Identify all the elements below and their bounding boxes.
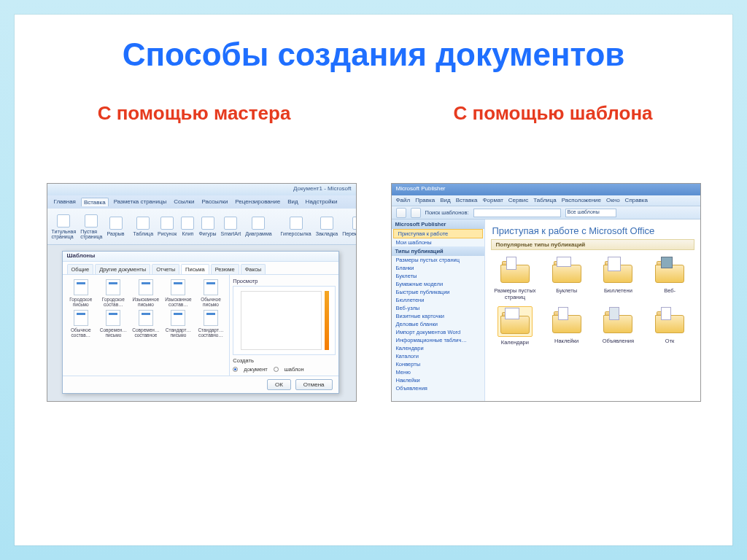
publication-type-item[interactable]: Отк: [647, 306, 693, 346]
cancel-button[interactable]: Отмена: [295, 379, 333, 390]
menu-item[interactable]: Окно: [606, 197, 620, 204]
sidebar-item[interactable]: Размеры пустых страниц: [392, 256, 484, 264]
ribbon-icon: [136, 217, 150, 230]
dialog-tabs: ОбщиеДругие документыОтчетыПисьмаРезюмеФ…: [63, 262, 338, 275]
template-icon: [106, 310, 120, 326]
ribbon-item[interactable]: Фигуры: [198, 217, 216, 236]
template-item[interactable]: Изысканное письмо: [132, 279, 160, 307]
radio-template[interactable]: [274, 367, 279, 372]
ribbon-tab[interactable]: Разметка страницы: [112, 198, 169, 206]
radio-document[interactable]: [233, 367, 238, 372]
ribbon-label: Рисунок: [158, 231, 177, 236]
sidebar-item[interactable]: Конверты: [392, 360, 484, 368]
word-ribbon: Титульная страницаПустая страницаРазрывТ…: [47, 209, 356, 245]
template-item[interactable]: Современ… составное: [132, 310, 160, 338]
menu-item[interactable]: Файл: [396, 197, 411, 204]
sidebar-item[interactable]: Визитные карточки: [392, 312, 484, 320]
menu-item[interactable]: Расположение: [562, 197, 601, 204]
ribbon-tab[interactable]: Надстройки: [303, 198, 340, 206]
template-icon: [171, 310, 185, 326]
ribbon-item[interactable]: Перекрестная: [342, 217, 356, 236]
ribbon-tab[interactable]: Вставка: [81, 198, 109, 206]
ribbon-icon: [160, 217, 174, 230]
template-item[interactable]: Городское письмо: [67, 279, 96, 307]
sidebar-item[interactable]: Бланки: [392, 264, 484, 272]
word-ribbon-tabs: ГлавнаяВставкаРазметка страницыСсылкиРас…: [47, 195, 356, 209]
publisher-screenshot: Microsoft Publisher ФайлПравкаВидВставка…: [391, 183, 701, 402]
publication-type-item[interactable]: Бюллетени: [595, 256, 641, 300]
sidebar-item[interactable]: Каталоги: [392, 352, 484, 360]
sidebar-item[interactable]: Деловые бланки: [392, 320, 484, 328]
ribbon-item[interactable]: Разрыв: [107, 217, 124, 236]
dialog-tab[interactable]: Резюме: [211, 264, 239, 274]
sidebar-item[interactable]: Информационные таблич…: [392, 336, 484, 344]
dialog-tab[interactable]: Письма: [181, 264, 209, 274]
template-icon: [204, 310, 218, 326]
menu-item[interactable]: Таблица: [533, 197, 556, 204]
publication-type-item[interactable]: Календари: [492, 306, 538, 346]
ribbon-item[interactable]: Клип: [181, 217, 194, 236]
publication-type-item[interactable]: Наклейки: [543, 306, 589, 346]
search-scope-dropdown[interactable]: Все шаблоны: [565, 209, 616, 217]
template-item[interactable]: Обычное состав…: [67, 310, 96, 338]
nav-back-icon[interactable]: [396, 208, 406, 218]
publication-type-item[interactable]: Объявления: [595, 306, 641, 346]
ribbon-item[interactable]: Гиперссылка: [281, 217, 311, 236]
menu-item[interactable]: Вид: [440, 197, 450, 204]
ribbon-item[interactable]: Пустая страница: [80, 214, 102, 239]
template-item[interactable]: Изысканное состав…: [164, 279, 193, 307]
dialog-tab[interactable]: Факсы: [241, 264, 266, 274]
dialog-tab[interactable]: Отчеты: [152, 264, 179, 274]
ribbon-label: Титульная страница: [52, 229, 77, 239]
template-item[interactable]: Стандарт… письмо: [164, 310, 193, 338]
template-item[interactable]: Городское состав…: [99, 279, 128, 307]
ribbon-label: Клип: [182, 231, 194, 236]
publication-type-item[interactable]: Веб-: [647, 256, 693, 300]
ribbon-tab[interactable]: Рецензирование: [233, 198, 282, 206]
menu-item[interactable]: Вставка: [456, 197, 478, 204]
sidebar-item[interactable]: Календари: [392, 344, 484, 352]
sidebar-item[interactable]: Бумажные модели: [392, 280, 484, 288]
menu-item[interactable]: Правка: [415, 197, 435, 204]
radio-row: документ шаблон: [233, 366, 335, 373]
template-label: Городское состав…: [99, 297, 128, 307]
ribbon-tab[interactable]: Рассылки: [199, 198, 230, 206]
sidebar-item[interactable]: Буклеты: [392, 272, 484, 280]
template-item[interactable]: Стандарт… составно…: [197, 310, 225, 338]
sidebar-item[interactable]: Бюллетени: [392, 296, 484, 304]
ribbon-item[interactable]: Диаграмма: [245, 217, 271, 236]
publisher-main-title: Приступая к работе с Microsoft Office: [485, 219, 700, 239]
ribbon-tab[interactable]: Вид: [285, 198, 300, 206]
ok-button[interactable]: ОК: [267, 379, 291, 390]
template-item[interactable]: Современ… письмо: [99, 310, 128, 338]
ribbon-icon: [57, 214, 70, 228]
search-input[interactable]: [473, 209, 561, 217]
ribbon-item[interactable]: Таблица: [133, 217, 153, 236]
sidebar-item[interactable]: Быстрые публикации: [392, 288, 484, 296]
dialog-tab[interactable]: Общие: [67, 264, 94, 274]
sidebar-item[interactable]: Объявления: [392, 384, 484, 392]
sidebar-item[interactable]: Импорт документов Word: [392, 328, 484, 336]
ribbon-tab[interactable]: Главная: [52, 198, 78, 206]
publication-type-item[interactable]: Размеры пустых страниц: [492, 256, 538, 300]
menu-item[interactable]: Формат: [482, 197, 503, 204]
nav-fwd-icon[interactable]: [411, 208, 421, 218]
template-icon: [106, 279, 120, 295]
sidebar-heading: Типы публикаций: [392, 246, 484, 256]
ribbon-item[interactable]: SmartArt: [221, 217, 241, 236]
ribbon-tab[interactable]: Ссылки: [171, 198, 196, 206]
ribbon-item[interactable]: Титульная страница: [52, 214, 77, 239]
sidebar-item[interactable]: Приступая к работе: [393, 229, 483, 238]
sidebar-item[interactable]: Веб-узлы: [392, 304, 484, 312]
ribbon-item[interactable]: Рисунок: [158, 217, 177, 236]
dialog-tab[interactable]: Другие документы: [95, 264, 150, 274]
sidebar-item[interactable]: Мои шаблоны: [392, 238, 484, 246]
sidebar-item[interactable]: Наклейки: [392, 376, 484, 384]
publication-type-item[interactable]: Буклеты: [543, 256, 589, 300]
menu-item[interactable]: Справка: [625, 197, 648, 204]
menu-item[interactable]: Сервис: [508, 197, 528, 204]
template-item[interactable]: Обычное письмо: [197, 279, 225, 307]
sidebar-item[interactable]: Меню: [392, 368, 484, 376]
search-label: Поиск шаблонов:: [425, 209, 469, 216]
ribbon-item[interactable]: Закладка: [316, 217, 338, 236]
